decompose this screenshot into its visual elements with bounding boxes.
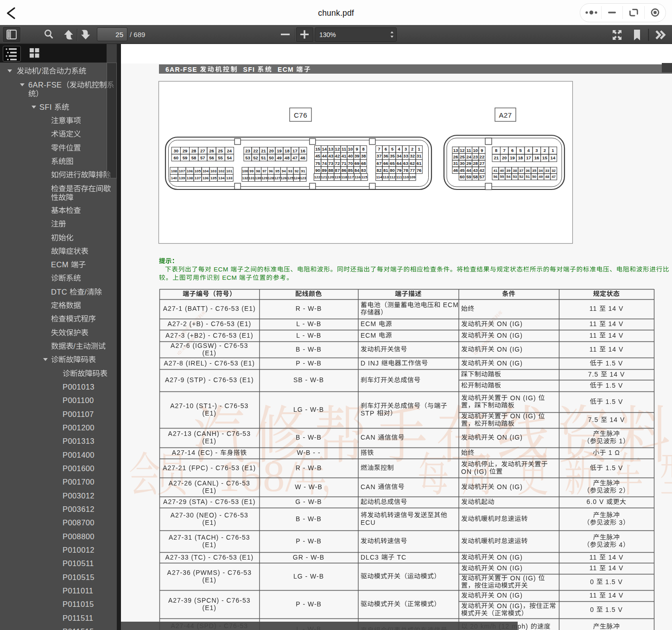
svg-text:-: - bbox=[208, 554, 211, 561]
svg-text:11: 11 bbox=[342, 146, 347, 151]
svg-text:51: 51 bbox=[261, 155, 266, 160]
svg-text:52: 52 bbox=[253, 155, 258, 160]
svg-text:-: - bbox=[305, 376, 308, 384]
svg-text:P001107: P001107 bbox=[63, 410, 94, 418]
svg-text:44: 44 bbox=[466, 168, 471, 173]
svg-text:11: 11 bbox=[590, 332, 597, 339]
svg-text:26: 26 bbox=[209, 148, 214, 153]
svg-text:(FPC): (FPC) bbox=[189, 464, 208, 472]
svg-text:77: 77 bbox=[410, 168, 415, 173]
svg-text:78: 78 bbox=[403, 168, 408, 173]
svg-text:ON: ON bbox=[510, 394, 521, 402]
svg-text:(E1): (E1) bbox=[240, 376, 254, 384]
svg-text:(SPCN): (SPCN) bbox=[194, 597, 219, 604]
svg-text:A27-31: A27-31 bbox=[169, 534, 192, 541]
svg-text:(E1): (E1) bbox=[242, 464, 256, 472]
svg-text:2: 2 bbox=[619, 487, 623, 494]
svg-text:2: 2 bbox=[544, 148, 546, 153]
svg-text:(E1): (E1) bbox=[239, 332, 253, 339]
svg-text:7: 7 bbox=[503, 148, 506, 153]
svg-text:132: 132 bbox=[242, 176, 248, 180]
svg-text:0: 0 bbox=[590, 606, 594, 613]
svg-text:88: 88 bbox=[329, 168, 334, 173]
svg-text:36: 36 bbox=[526, 169, 530, 173]
svg-text:11: 11 bbox=[590, 305, 597, 312]
svg-text:12: 12 bbox=[335, 146, 340, 151]
svg-text:5: 5 bbox=[391, 146, 394, 151]
svg-text:W-B: W-B bbox=[308, 434, 322, 441]
svg-text:(E1): (E1) bbox=[240, 554, 254, 561]
svg-text:29: 29 bbox=[183, 148, 188, 153]
svg-text:(IG): (IG) bbox=[510, 359, 523, 367]
svg-text:ECM: ECM bbox=[361, 320, 376, 328]
svg-text:38: 38 bbox=[361, 153, 366, 158]
svg-text:20: 20 bbox=[502, 155, 507, 160]
svg-text:W-B: W-B bbox=[310, 376, 324, 384]
svg-text:24: 24 bbox=[227, 148, 232, 153]
svg-text:106: 106 bbox=[187, 169, 193, 173]
svg-text:82: 82 bbox=[377, 168, 382, 173]
svg-text:A27-9: A27-9 bbox=[165, 376, 184, 384]
svg-text:63: 63 bbox=[403, 161, 408, 166]
svg-text:W-B: W-B bbox=[308, 498, 322, 505]
svg-text:B: B bbox=[296, 434, 300, 441]
svg-text:W-B: W-B bbox=[310, 573, 324, 580]
svg-text:C76-53: C76-53 bbox=[227, 430, 251, 437]
svg-text:53: 53 bbox=[245, 155, 250, 160]
svg-text:P011011: P011011 bbox=[63, 586, 93, 595]
svg-text:(IG): (IG) bbox=[510, 602, 523, 610]
svg-text:45: 45 bbox=[460, 168, 465, 173]
svg-text:86: 86 bbox=[342, 168, 347, 173]
svg-text:-: - bbox=[305, 406, 308, 413]
svg-text:107: 107 bbox=[179, 169, 185, 173]
svg-text:ON: ON bbox=[497, 434, 507, 441]
svg-text:4: 4 bbox=[619, 541, 623, 548]
svg-text:92: 92 bbox=[295, 169, 299, 173]
svg-text:6AR-FSE: 6AR-FSE bbox=[165, 66, 197, 73]
svg-text:14: 14 bbox=[322, 146, 327, 151]
svg-text:23: 23 bbox=[245, 148, 250, 153]
svg-text:P001200: P001200 bbox=[63, 423, 95, 432]
svg-text:ON: ON bbox=[497, 592, 507, 599]
svg-text:74: 74 bbox=[322, 161, 327, 166]
svg-text:(E1): (E1) bbox=[241, 359, 255, 367]
svg-text:(IG): (IG) bbox=[510, 332, 523, 339]
svg-text:ON: ON bbox=[461, 468, 472, 475]
svg-text:W-B: W-B bbox=[307, 320, 321, 328]
svg-text:25: 25 bbox=[115, 31, 123, 38]
svg-text:70: 70 bbox=[348, 161, 353, 166]
svg-text:-: - bbox=[303, 434, 305, 441]
svg-text:-: - bbox=[210, 498, 213, 505]
svg-text:(CANL): (CANL) bbox=[195, 479, 219, 487]
svg-text:C76-53: C76-53 bbox=[224, 342, 248, 349]
svg-text:34: 34 bbox=[539, 169, 543, 173]
svg-text:14: 14 bbox=[551, 155, 556, 160]
svg-text:(IG): (IG) bbox=[510, 483, 523, 491]
svg-text:(E1): (E1) bbox=[203, 487, 216, 494]
svg-text:-: - bbox=[209, 376, 211, 384]
svg-text:114: 114 bbox=[376, 175, 382, 179]
svg-text:39: 39 bbox=[355, 153, 360, 158]
svg-text:W-B: W-B bbox=[308, 515, 322, 523]
svg-text:(CANH): (CANH) bbox=[194, 430, 220, 437]
svg-text:69: 69 bbox=[355, 161, 360, 166]
svg-text:6: 6 bbox=[511, 148, 514, 153]
svg-text:A27-36: A27-36 bbox=[167, 569, 191, 576]
svg-text:ECM: ECM bbox=[222, 274, 237, 281]
svg-text:55: 55 bbox=[218, 155, 223, 160]
svg-text:31: 31 bbox=[453, 161, 458, 166]
svg-text:17: 17 bbox=[292, 148, 298, 153]
svg-text:14: 14 bbox=[609, 416, 618, 423]
svg-text:129: 129 bbox=[261, 176, 268, 180]
svg-text:-: - bbox=[303, 320, 305, 328]
svg-text:SFI: SFI bbox=[39, 103, 52, 111]
svg-text:7: 7 bbox=[378, 146, 380, 151]
svg-text:-: - bbox=[303, 332, 305, 339]
svg-text:23: 23 bbox=[473, 154, 478, 159]
svg-text:113: 113 bbox=[383, 175, 389, 179]
svg-text:26: 26 bbox=[453, 154, 458, 159]
svg-text:65: 65 bbox=[390, 161, 395, 166]
svg-text:19: 19 bbox=[277, 148, 282, 153]
svg-text:101: 101 bbox=[226, 169, 233, 173]
svg-text:24: 24 bbox=[466, 154, 471, 159]
